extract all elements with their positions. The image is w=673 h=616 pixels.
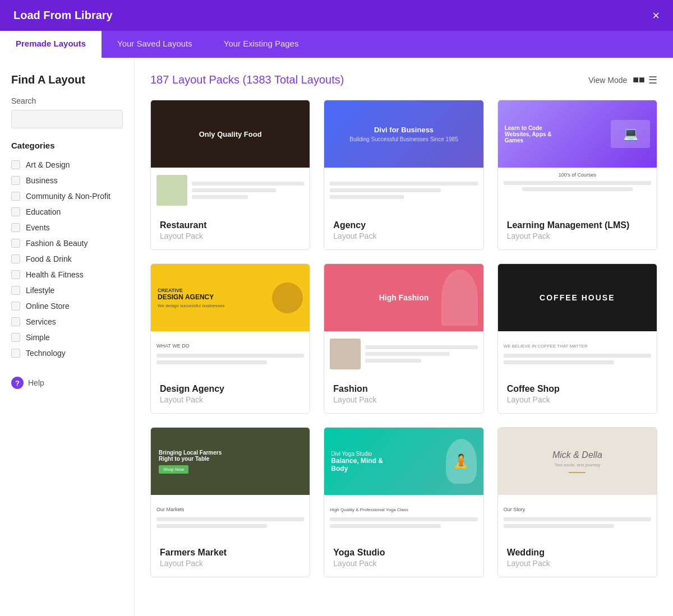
help-icon: ? — [11, 377, 24, 389]
card-name-fashion: Fashion — [333, 384, 474, 394]
checkbox-health[interactable] — [11, 270, 20, 279]
tab-saved[interactable]: Your Saved Layouts — [102, 31, 208, 58]
card-preview-agency: Divi for Business Building Successful Bu… — [324, 100, 483, 212]
sidebar-item-community[interactable]: Community & Non-Profit — [11, 188, 123, 204]
category-label-services: Services — [26, 317, 56, 326]
layout-card-agency[interactable]: Divi for Business Building Successful Bu… — [324, 100, 483, 250]
category-label-fashion: Fashion & Beauty — [26, 239, 88, 248]
card-info-coffee-shop: Coffee Shop Layout Pack — [498, 376, 657, 413]
modal-header: Load From Library × — [0, 0, 673, 31]
search-input[interactable] — [11, 110, 123, 128]
sidebar-item-business[interactable]: Business — [11, 173, 123, 188]
category-label-online: Online Store — [26, 302, 70, 311]
layout-card-farmers-market[interactable]: Bringing Local FarmersRight to your Tabl… — [150, 427, 310, 577]
card-preview-restaurant: Only Quality Food — [151, 100, 310, 212]
view-mode-label: View Mode — [588, 76, 627, 85]
checkbox-tech[interactable] — [11, 349, 20, 358]
card-name-lms: Learning Management (LMS) — [507, 220, 648, 230]
checkbox-art[interactable] — [11, 160, 20, 169]
card-name-restaurant: Restaurant — [160, 220, 301, 230]
checkbox-simple[interactable] — [11, 333, 20, 342]
category-label-lifestyle: Lifestyle — [26, 286, 54, 295]
sidebar-item-online[interactable]: Online Store — [11, 298, 123, 314]
view-mode-container: View Mode ■■ ☰ — [588, 74, 657, 86]
sidebar-item-lifestyle[interactable]: Lifestyle — [11, 282, 123, 298]
layout-card-lms[interactable]: Learn to Code Websites, Apps & Games 💻 1… — [497, 100, 657, 250]
layout-card-yoga-studio[interactable]: Divi Yoga Studio Balance, Mind &Body 🧘 H… — [324, 427, 483, 577]
card-type-coffee-shop: Layout Pack — [507, 395, 648, 404]
checkbox-lifestyle[interactable] — [11, 286, 20, 295]
tab-bar: Premade Layouts Your Saved Layouts Your … — [0, 31, 673, 58]
close-button[interactable]: × — [652, 10, 660, 22]
card-type-restaurant: Layout Pack — [160, 231, 301, 240]
help-link[interactable]: ? Help — [11, 377, 123, 389]
card-type-wedding: Layout Pack — [507, 559, 648, 568]
checkbox-events[interactable] — [11, 223, 20, 232]
sidebar-item-food[interactable]: Food & Drink — [11, 251, 123, 267]
checkbox-food[interactable] — [11, 254, 20, 263]
sidebar-item-simple[interactable]: Simple — [11, 330, 123, 345]
card-preview-design-agency: CREATIVE DESIGN AGENCY We design success… — [151, 264, 310, 376]
card-type-farmers-market: Layout Pack — [160, 559, 301, 568]
view-icons: ■■ ☰ — [633, 74, 657, 86]
card-info-lms: Learning Management (LMS) Layout Pack — [498, 212, 657, 249]
layout-grid: Only Quality Food Restaurant Layout Pack — [150, 100, 657, 577]
search-label: Search — [11, 96, 123, 105]
layout-card-coffee-shop[interactable]: COFFEE HOUSE WE BELIEVE IN COFFEE THAT M… — [497, 263, 657, 414]
card-preview-coffee-shop: COFFEE HOUSE WE BELIEVE IN COFFEE THAT M… — [498, 264, 657, 376]
modal-title: Load From Library — [13, 9, 113, 22]
checkbox-fashion[interactable] — [11, 239, 20, 248]
pack-count: 187 Layout Packs (1383 Total Layouts) — [150, 73, 344, 86]
card-type-agency: Layout Pack — [333, 231, 474, 240]
tab-premade[interactable]: Premade Layouts — [0, 31, 102, 58]
card-info-wedding: Wedding Layout Pack — [498, 540, 657, 577]
card-preview-yoga-studio: Divi Yoga Studio Balance, Mind &Body 🧘 H… — [324, 428, 483, 540]
sidebar-item-education[interactable]: Education — [11, 204, 123, 220]
card-preview-lms: Learn to Code Websites, Apps & Games 💻 1… — [498, 100, 657, 212]
category-label-events: Events — [26, 223, 50, 232]
checkbox-education[interactable] — [11, 207, 20, 216]
main-content: 187 Layout Packs (1383 Total Layouts) Vi… — [135, 58, 673, 616]
card-type-design-agency: Layout Pack — [160, 395, 301, 404]
card-preview-farmers-market: Bringing Local FarmersRight to your Tabl… — [151, 428, 310, 540]
sidebar-item-services[interactable]: Services — [11, 314, 123, 330]
layout-card-restaurant[interactable]: Only Quality Food Restaurant Layout Pack — [150, 100, 310, 250]
checkbox-business[interactable] — [11, 176, 20, 185]
layout-card-fashion[interactable]: High Fashion Fashion Layout Pac — [324, 263, 483, 414]
card-info-restaurant: Restaurant Layout Pack — [151, 212, 310, 249]
card-name-agency: Agency — [333, 220, 474, 230]
checkbox-services[interactable] — [11, 317, 20, 326]
checkbox-online[interactable] — [11, 302, 20, 311]
card-name-farmers-market: Farmers Market — [160, 548, 301, 558]
sidebar-item-health[interactable]: Health & Fitness — [11, 267, 123, 282]
layout-card-wedding[interactable]: Mick & Della Two souls, one journey Our … — [497, 427, 657, 577]
card-type-lms: Layout Pack — [507, 231, 648, 240]
category-label-community: Community & Non-Profit — [26, 192, 110, 201]
list-view-icon[interactable]: ☰ — [648, 74, 657, 86]
sidebar: Find A Layout Search Categories Art & De… — [0, 58, 135, 616]
category-label-art: Art & Design — [26, 160, 70, 169]
card-preview-fashion: High Fashion — [324, 264, 483, 376]
card-name-coffee-shop: Coffee Shop — [507, 384, 648, 394]
tab-existing[interactable]: Your Existing Pages — [208, 31, 315, 58]
category-label-health: Health & Fitness — [26, 270, 84, 279]
categories-list: Art & Design Business Community & Non-Pr… — [11, 157, 123, 361]
category-label-education: Education — [26, 207, 61, 216]
sidebar-item-fashion[interactable]: Fashion & Beauty — [11, 235, 123, 251]
sidebar-title: Find A Layout — [11, 73, 123, 86]
card-type-yoga-studio: Layout Pack — [333, 559, 474, 568]
card-info-fashion: Fashion Layout Pack — [324, 376, 483, 413]
checkbox-community[interactable] — [11, 192, 20, 201]
category-label-food: Food & Drink — [26, 254, 72, 263]
card-name-wedding: Wedding — [507, 548, 648, 558]
sidebar-item-events[interactable]: Events — [11, 220, 123, 235]
help-label: Help — [28, 378, 44, 387]
sidebar-item-art[interactable]: Art & Design — [11, 157, 123, 173]
card-info-agency: Agency Layout Pack — [324, 212, 483, 249]
sidebar-item-tech[interactable]: Technology — [11, 345, 123, 361]
grid-view-icon[interactable]: ■■ — [633, 74, 645, 86]
category-label-business: Business — [26, 176, 58, 185]
category-label-tech: Technology — [26, 349, 66, 358]
card-info-farmers-market: Farmers Market Layout Pack — [151, 540, 310, 577]
layout-card-design-agency[interactable]: CREATIVE DESIGN AGENCY We design success… — [150, 263, 310, 414]
